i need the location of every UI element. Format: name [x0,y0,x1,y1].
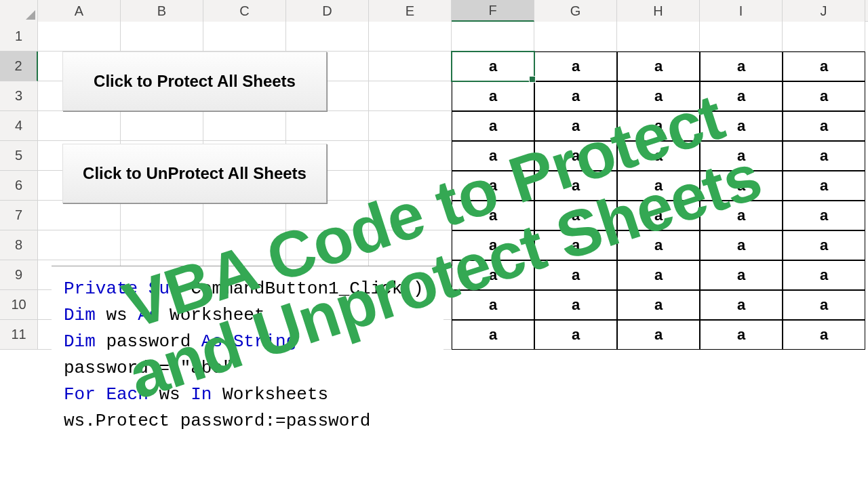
row-header-4[interactable]: 4 [0,111,38,141]
cell-I3[interactable]: a [700,81,783,111]
cell-E2[interactable] [369,52,452,81]
cell-F7[interactable]: a [452,201,534,230]
cell-I11[interactable]: a [700,320,783,350]
cell-G2[interactable]: a [534,52,617,81]
cell-H5[interactable]: a [617,141,700,171]
cell-J5[interactable]: a [783,141,865,171]
cell-C8[interactable] [203,230,286,260]
cell-F4[interactable]: a [452,111,534,141]
cell-I2[interactable]: a [700,52,783,81]
row-header-9[interactable]: 9 [0,260,38,290]
cell-H7[interactable]: a [617,201,700,230]
cell-J10[interactable]: a [783,290,865,320]
cell-I7[interactable]: a [700,201,783,230]
cell-H9[interactable]: a [617,260,700,290]
cell-J7[interactable]: a [783,201,865,230]
cell-F3[interactable]: a [452,81,534,111]
cell-G1[interactable] [534,22,617,52]
cell-E7[interactable] [369,201,452,230]
col-header-A[interactable]: A [38,0,121,22]
cell-D7[interactable] [286,201,369,230]
cell-D1[interactable] [286,22,369,52]
cell-G11[interactable]: a [534,320,617,350]
col-header-H[interactable]: H [617,0,700,22]
cell-G8[interactable]: a [534,230,617,260]
cell-I4[interactable]: a [700,111,783,141]
cell-G10[interactable]: a [534,290,617,320]
row-header-1[interactable]: 1 [0,22,38,52]
cell-E5[interactable] [369,141,452,171]
col-header-E[interactable]: E [369,0,452,22]
cell-H6[interactable]: a [617,171,700,201]
cell-G3[interactable]: a [534,81,617,111]
cell-J2[interactable]: a [783,52,865,81]
cell-I9[interactable]: a [700,260,783,290]
row-header-5[interactable]: 5 [0,141,38,171]
cell-B1[interactable] [121,22,203,52]
row-header-10[interactable]: 10 [0,290,38,320]
cell-G9[interactable]: a [534,260,617,290]
cell-J8[interactable]: a [783,230,865,260]
col-header-I[interactable]: I [700,0,783,22]
cell-C7[interactable] [203,201,286,230]
cell-E1[interactable] [369,22,452,52]
cell-D4[interactable] [286,111,369,141]
cell-D8[interactable] [286,230,369,260]
cell-B4[interactable] [121,111,203,141]
cell-J4[interactable]: a [783,111,865,141]
cell-C1[interactable] [203,22,286,52]
cell-G7[interactable]: a [534,201,617,230]
cell-G5[interactable]: a [534,141,617,171]
col-header-B[interactable]: B [121,0,203,22]
cell-F9[interactable]: a [452,260,534,290]
cell-J11[interactable]: a [783,320,865,350]
cell-H4[interactable]: a [617,111,700,141]
cell-I10[interactable]: a [700,290,783,320]
select-all-corner[interactable] [0,0,38,22]
cell-A4[interactable] [38,111,121,141]
cell-H8[interactable]: a [617,230,700,260]
cell-J3[interactable]: a [783,81,865,111]
cell-J6[interactable]: a [783,171,865,201]
col-header-C[interactable]: C [203,0,286,22]
col-header-F[interactable]: F [452,0,534,22]
cell-A8[interactable] [38,230,121,260]
row-header-2[interactable]: 2 [0,52,38,81]
row-header-7[interactable]: 7 [0,201,38,230]
cell-B7[interactable] [121,201,203,230]
cell-H10[interactable]: a [617,290,700,320]
row-header-3[interactable]: 3 [0,81,38,111]
cell-J9[interactable]: a [783,260,865,290]
cell-F8[interactable]: a [452,230,534,260]
cell-C4[interactable] [203,111,286,141]
cell-I8[interactable]: a [700,230,783,260]
row-header-8[interactable]: 8 [0,230,38,260]
cell-E8[interactable] [369,230,452,260]
cell-E6[interactable] [369,171,452,201]
cell-F1[interactable] [452,22,534,52]
row-header-11[interactable]: 11 [0,320,38,350]
cell-B8[interactable] [121,230,203,260]
cell-A7[interactable] [38,201,121,230]
cell-F11[interactable]: a [452,320,534,350]
protect-button[interactable]: Click to Protect All Sheets [62,52,327,111]
cell-I5[interactable]: a [700,141,783,171]
cell-G4[interactable]: a [534,111,617,141]
cell-F5[interactable]: a [452,141,534,171]
cell-H1[interactable] [617,22,700,52]
cell-H2[interactable]: a [617,52,700,81]
cell-E3[interactable] [369,81,452,111]
cell-I1[interactable] [700,22,783,52]
col-header-D[interactable]: D [286,0,369,22]
cell-H3[interactable]: a [617,81,700,111]
cell-F2[interactable]: a [452,52,534,81]
cell-H11[interactable]: a [617,320,700,350]
cell-E4[interactable] [369,111,452,141]
col-header-G[interactable]: G [534,0,617,22]
cell-J1[interactable] [783,22,865,52]
cell-F6[interactable]: a [452,171,534,201]
unprotect-button[interactable]: Click to UnProtect All Sheets [62,144,327,203]
col-header-J[interactable]: J [783,0,865,22]
row-header-6[interactable]: 6 [0,171,38,201]
cell-F10[interactable]: a [452,290,534,320]
